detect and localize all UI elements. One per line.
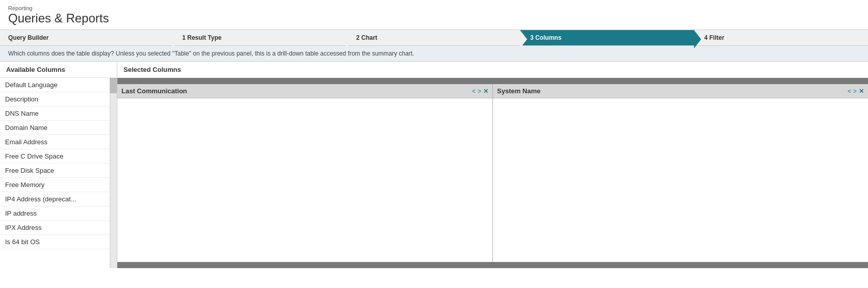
available-columns-header: Available Columns [0, 62, 117, 78]
available-column-item[interactable]: IP4 Address (deprecat...› [0, 192, 117, 206]
wizard-step-result-type[interactable]: 1 Result Type [172, 30, 346, 45]
column-move-right-button[interactable]: > [853, 88, 857, 95]
available-column-item[interactable]: DNS Name› [0, 107, 117, 121]
available-column-label: Default Language [5, 81, 58, 89]
wizard-step-label: 4 Filter [704, 34, 724, 41]
wizard-step-label: 1 Result Type [182, 34, 221, 41]
selected-columns-area: Selected Columns Last Communication<>✕Sy… [117, 62, 868, 268]
wizard-step-query-builder[interactable]: Query Builder [0, 30, 172, 45]
available-columns-list: Default Language›Description›DNS Name›Do… [0, 78, 117, 268]
scrollbar-track[interactable] [110, 78, 117, 268]
page-title: Queries & Reports [8, 11, 860, 25]
available-column-label: IP4 Address (deprecat... [5, 195, 76, 203]
available-column-item[interactable]: Email Address› [0, 135, 117, 149]
available-column-label: Free Disk Space [5, 167, 54, 174]
page-header: Reporting Queries & Reports [0, 0, 868, 30]
available-column-label: Free Memory [5, 181, 44, 189]
wizard-step-filter[interactable]: 4 Filter [694, 30, 868, 45]
available-column-label: Free C Drive Space [5, 152, 63, 160]
wizard-step-label: 2 Chart [356, 34, 377, 41]
columns-top-bar [117, 78, 868, 84]
available-column-item[interactable]: Default Language› [0, 78, 117, 92]
column-card-header: System Name<>✕ [493, 84, 868, 98]
selected-column-card: Last Communication<>✕ [117, 84, 493, 262]
column-move-left-button[interactable]: < [848, 88, 851, 95]
info-bar: Which columns does the table display? Un… [0, 46, 868, 62]
available-column-label: IP address [5, 210, 37, 217]
available-column-label: Description [5, 95, 38, 103]
selected-columns-header: Selected Columns [117, 62, 868, 78]
available-column-label: Is 64 bit OS [5, 238, 40, 246]
column-card-body [493, 98, 868, 262]
available-column-item[interactable]: Is 64 bit OS› [0, 235, 117, 249]
reporting-label: Reporting [8, 5, 860, 11]
wizard-bar: Query Builder1 Result Type2 Chart3 Colum… [0, 30, 868, 46]
main-content: Available Columns Default Language›Descr… [0, 62, 868, 268]
available-column-label: DNS Name [5, 110, 39, 117]
available-column-label: Email Address [5, 138, 47, 146]
wizard-step-chart[interactable]: 2 Chart [346, 30, 520, 45]
available-column-item[interactable]: Description› [0, 92, 117, 107]
column-move-left-button[interactable]: < [472, 88, 476, 95]
wizard-step-label: 3 Columns [530, 34, 561, 41]
column-remove-button[interactable]: ✕ [859, 88, 864, 95]
columns-grid: Last Communication<>✕System Name<>✕ [117, 78, 868, 268]
available-columns-panel: Available Columns Default Language›Descr… [0, 62, 117, 268]
col-list-inner: Default Language›Description›DNS Name›Do… [0, 78, 117, 249]
available-column-item[interactable]: IPX Address› [0, 221, 117, 235]
column-move-right-button[interactable]: > [478, 88, 481, 95]
available-column-item[interactable]: IP address› [0, 206, 117, 221]
column-card-controls: <>✕ [848, 88, 864, 95]
columns-row: Last Communication<>✕System Name<>✕ [117, 84, 868, 262]
info-bar-text: Which columns does the table display? Un… [8, 50, 414, 57]
column-card-header: Last Communication<>✕ [117, 84, 492, 98]
column-card-controls: <>✕ [472, 88, 488, 95]
column-card-title: Last Communication [121, 87, 187, 95]
available-column-item[interactable]: Domain Name› [0, 121, 117, 135]
column-card-body [117, 98, 492, 262]
available-column-label: Domain Name [5, 124, 47, 132]
column-card-title: System Name [497, 87, 540, 95]
selected-column-card: System Name<>✕ [493, 84, 868, 262]
wizard-step-columns[interactable]: 3 Columns [520, 30, 694, 45]
columns-bottom-bar [117, 262, 868, 268]
wizard-step-label: Query Builder [8, 34, 48, 41]
available-column-label: IPX Address [5, 224, 42, 231]
available-column-item[interactable]: Free Memory› [0, 178, 117, 192]
scrollbar-thumb[interactable] [110, 78, 117, 93]
available-column-item[interactable]: Free C Drive Space› [0, 149, 117, 164]
available-column-item[interactable]: Free Disk Space› [0, 164, 117, 178]
column-remove-button[interactable]: ✕ [483, 88, 488, 95]
